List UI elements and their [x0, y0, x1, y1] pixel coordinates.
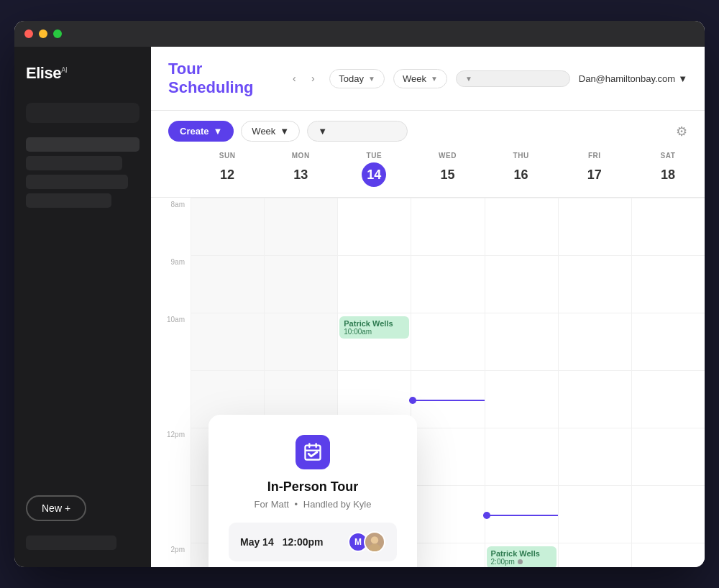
maximize-button[interactable] — [53, 29, 62, 38]
calendar-container[interactable]: SUN 12 MON 13 TUE 14 WED — [151, 149, 705, 567]
day-sat: SAT 18 — [631, 149, 705, 190]
event-patrick-wells-10am[interactable]: Patrick Wells 10:00am — [339, 316, 409, 339]
cell-fri-10am[interactable] — [558, 313, 631, 370]
toolbar-filter-pill[interactable]: ▼ — [307, 121, 408, 142]
cell-mon-8am[interactable] — [264, 198, 337, 255]
today-pill[interactable]: Today ▼ — [329, 69, 385, 88]
cell-wed-11am[interactable] — [411, 370, 484, 428]
day-tue: TUE 14 — [337, 149, 411, 190]
header-nav: ‹ › — [286, 70, 321, 86]
cell-sat-12pm[interactable] — [631, 428, 705, 485]
sidebar-footer — [26, 536, 116, 550]
create-button[interactable]: Create ▼ — [168, 121, 234, 142]
popup-date: May 14 — [240, 536, 274, 548]
nav-next[interactable]: › — [305, 70, 321, 86]
event-patrick-wells-2pm[interactable]: Patrick Wells 2:00pm — [487, 546, 557, 567]
cell-tue-8am[interactable] — [337, 198, 411, 255]
time-9am: 9am — [151, 255, 191, 313]
cell-mon-9am[interactable] — [264, 255, 337, 313]
cell-fri-12pm[interactable] — [558, 428, 631, 485]
nav-prev[interactable]: ‹ — [286, 70, 302, 86]
cell-sun-8am[interactable] — [191, 198, 264, 255]
calendar-toolbar: Create ▼ Week ▼ ▼ ⚙ — [151, 111, 705, 149]
cell-thu-2pm[interactable]: Patrick Wells 2:00pm — [485, 543, 558, 567]
day-thu: THU 16 — [485, 149, 558, 190]
svg-point-5 — [368, 544, 380, 553]
header: Tour Scheduling ‹ › Today ▼ Week ▼ ▼ Da — [151, 47, 705, 111]
cell-thu-1pm[interactable] — [485, 485, 558, 543]
cell-tue-10am[interactable]: Patrick Wells 10:00am — [337, 313, 411, 370]
cell-wed-2pm[interactable] — [411, 543, 484, 567]
cell-fri-9am[interactable] — [558, 255, 631, 313]
cell-fri-2pm[interactable] — [558, 543, 631, 567]
cell-sat-1pm[interactable] — [631, 485, 705, 543]
sidebar-search[interactable] — [26, 103, 139, 123]
time-8am: 8am — [151, 198, 191, 255]
new-button[interactable]: New + — [26, 495, 86, 521]
chevron-down-icon: ▼ — [280, 126, 289, 137]
sidebar: EliseAI New + — [14, 47, 151, 567]
cell-fri-8am[interactable] — [558, 198, 631, 255]
event-dot — [518, 559, 523, 564]
settings-icon[interactable]: ⚙ — [676, 124, 687, 139]
cell-thu-9am[interactable] — [485, 255, 558, 313]
cell-sun-10am[interactable] — [191, 313, 264, 370]
cell-sat-10am[interactable] — [631, 313, 705, 370]
filter-pill[interactable]: ▼ — [456, 70, 570, 87]
cell-wed-8am[interactable] — [411, 198, 484, 255]
calendar-check-icon — [296, 435, 330, 469]
day-mon: MON 13 — [264, 149, 337, 190]
cell-wed-10am[interactable] — [411, 313, 484, 370]
cell-wed-1pm[interactable] — [411, 485, 484, 543]
current-time-indicator — [409, 400, 484, 401]
popup-time: 12:00pm — [283, 536, 324, 548]
day-fri: FRI 17 — [558, 149, 631, 190]
cell-sat-2pm[interactable] — [631, 543, 705, 567]
cell-tue-9am[interactable] — [337, 255, 411, 313]
avatar-photo — [364, 531, 385, 553]
cell-sun-9am[interactable] — [191, 255, 264, 313]
week-pill[interactable]: Week ▼ — [393, 69, 447, 88]
popup-icon-wrap — [229, 435, 397, 469]
time-10am: 10am — [151, 313, 191, 370]
cell-sat-9am[interactable] — [631, 255, 705, 313]
cell-thu-10am[interactable] — [485, 313, 558, 370]
cell-wed-12pm[interactable] — [411, 428, 484, 485]
close-button[interactable] — [24, 29, 33, 38]
logo: EliseAI — [26, 64, 139, 83]
sidebar-item-1[interactable] — [26, 137, 139, 152]
toolbar-week-pill[interactable]: Week ▼ — [241, 121, 300, 142]
mac-window: EliseAI New + Tour Scheduling ‹ › — [14, 21, 705, 567]
sidebar-item-2[interactable] — [26, 156, 122, 170]
cell-thu-12pm[interactable] — [485, 428, 558, 485]
cell-thu-11am[interactable] — [485, 370, 558, 428]
day-wed: WED 15 — [411, 149, 484, 190]
titlebar — [14, 21, 705, 47]
day-sun: SUN 12 — [191, 149, 264, 190]
minimize-button[interactable] — [39, 29, 47, 38]
popup-title: In-Person Tour — [229, 479, 397, 495]
cell-wed-9am[interactable] — [411, 255, 484, 313]
sidebar-item-4[interactable] — [26, 193, 111, 208]
current-time-indicator-2 — [483, 515, 558, 516]
time-2pm: 2pm — [151, 543, 191, 567]
sidebar-item-3[interactable] — [26, 175, 128, 189]
user-menu[interactable]: Dan@hamiltonbay.com ▼ — [579, 73, 687, 84]
cell-thu-8am[interactable] — [485, 198, 558, 255]
popup-card: In-Person Tour For Matt • Handled by Kyl… — [209, 415, 417, 567]
day-headers: SUN 12 MON 13 TUE 14 WED — [151, 149, 705, 198]
cell-mon-10am[interactable] — [264, 313, 337, 370]
page-title: Tour Scheduling — [168, 60, 275, 97]
cell-sat-11am[interactable] — [631, 370, 705, 428]
popup-avatar: M — [348, 531, 385, 553]
cell-fri-1pm[interactable] — [558, 485, 631, 543]
popup-footer: May 14 12:00pm M — [229, 523, 397, 561]
main-content: Tour Scheduling ‹ › Today ▼ Week ▼ ▼ Da — [151, 47, 705, 567]
time-gutter — [151, 149, 191, 190]
chevron-down-icon: ▼ — [678, 73, 687, 84]
cell-sat-8am[interactable] — [631, 198, 705, 255]
cell-fri-11am[interactable] — [558, 370, 631, 428]
chevron-down-icon: ▼ — [431, 75, 438, 83]
chevron-down-icon: ▼ — [213, 126, 222, 137]
chevron-down-icon: ▼ — [318, 126, 327, 137]
